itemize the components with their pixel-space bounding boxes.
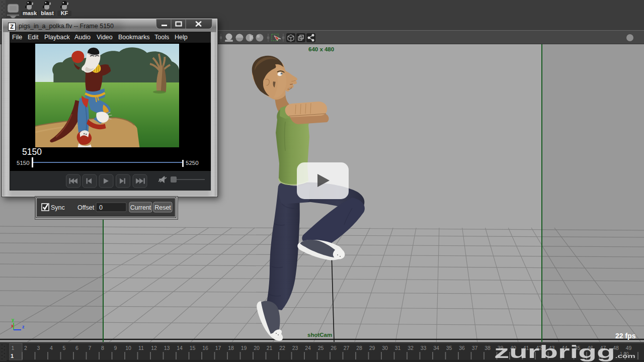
svg-text:5: 5 (63, 345, 66, 351)
svg-text:33: 33 (421, 345, 427, 351)
svg-text:Sync: Sync (51, 204, 65, 211)
svg-text:26: 26 (331, 345, 337, 351)
svg-text:0: 0 (99, 204, 103, 211)
svg-text:36: 36 (459, 345, 465, 351)
svg-text:y: y (12, 317, 14, 322)
svg-text:21: 21 (267, 345, 273, 351)
svg-text:30: 30 (382, 345, 388, 351)
svg-text:1: 1 (11, 353, 14, 359)
svg-text:3: 3 (37, 345, 40, 351)
svg-text:KF: KF (61, 10, 68, 16)
svg-text:18: 18 (228, 345, 234, 351)
svg-text:27: 27 (344, 345, 350, 351)
svg-text:11: 11 (138, 345, 144, 351)
svg-text:9: 9 (114, 345, 117, 351)
svg-text:12: 12 (151, 345, 157, 351)
svg-text:13: 13 (164, 345, 170, 351)
svg-text:29: 29 (369, 345, 375, 351)
svg-text:z: z (22, 324, 25, 329)
svg-text:Reset: Reset (154, 204, 171, 211)
svg-text:10: 10 (125, 345, 131, 351)
svg-text:blast: blast (41, 10, 54, 16)
svg-text:28: 28 (356, 345, 362, 351)
svg-text:6: 6 (75, 345, 78, 351)
svg-text:4: 4 (50, 345, 53, 351)
svg-text:25: 25 (318, 345, 324, 351)
svg-text:19: 19 (241, 345, 247, 351)
svg-text:32: 32 (408, 345, 414, 351)
svg-text:15: 15 (190, 345, 196, 351)
svg-text:17: 17 (215, 345, 221, 351)
svg-text:Current: Current (130, 204, 151, 211)
svg-text:23: 23 (292, 345, 298, 351)
svg-text:8: 8 (101, 345, 104, 351)
svg-text:14: 14 (177, 345, 183, 351)
svg-text:24: 24 (305, 345, 311, 351)
svg-text:7: 7 (89, 345, 92, 351)
svg-text:Offset: Offset (77, 204, 95, 211)
svg-text:16: 16 (202, 345, 208, 351)
svg-text:mask: mask (23, 10, 37, 16)
svg-text:37: 37 (472, 345, 478, 351)
svg-text:x: x (11, 323, 14, 328)
svg-text:2: 2 (24, 345, 27, 351)
svg-text:20: 20 (254, 345, 260, 351)
svg-text:35: 35 (446, 345, 452, 351)
svg-text:34: 34 (433, 345, 439, 351)
svg-text:31: 31 (395, 345, 401, 351)
svg-text:38: 38 (485, 345, 491, 351)
svg-text:22: 22 (279, 345, 285, 351)
svg-text:1: 1 (12, 345, 15, 351)
